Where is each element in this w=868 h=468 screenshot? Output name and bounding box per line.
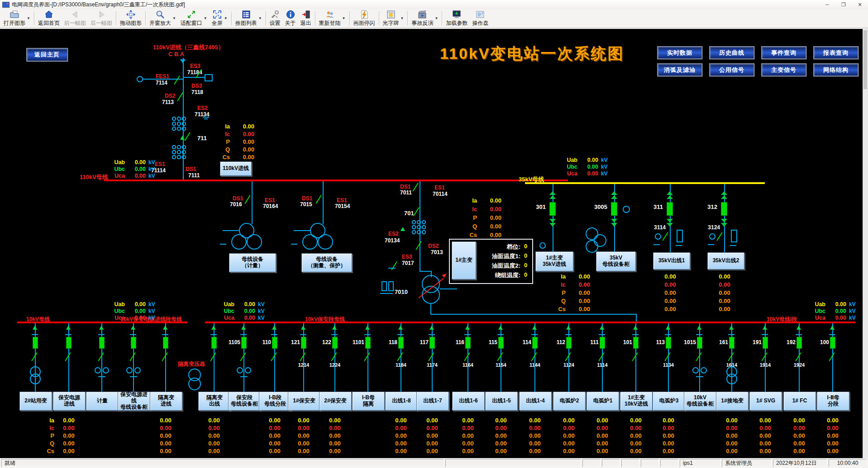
toolbar-button-graph-list[interactable]: 推图列表▼ [233, 9, 264, 27]
branch35-312-box-button[interactable]: 35kV出线2 [707, 252, 744, 269]
toolbar-button-fit-window[interactable]: 适配窗口▼ [178, 9, 210, 27]
toolbar-button-stop-flash[interactable]: 画面停闪 [351, 9, 377, 27]
scrollbar-thumb[interactable] [863, 30, 867, 89]
feeder-122-box-button[interactable]: 2#保安变 [319, 392, 352, 411]
feeder-121-breaker[interactable] [301, 337, 306, 349]
feeder-114-box-button[interactable]: 出线1-4 [519, 392, 552, 411]
nav-button-3[interactable]: 报表查询 [813, 46, 858, 59]
feeder-112-breaker[interactable] [566, 337, 572, 349]
feeder-192-box-button[interactable]: 1# FC [783, 392, 816, 411]
chevron-down-icon[interactable]: ▼ [27, 16, 30, 20]
toolbar-button-exit[interactable]: 退出 [298, 9, 314, 27]
nav-button-4[interactable]: 消弧及滤油 [657, 63, 702, 76]
feeder-101-box-button[interactable]: 1#主变10kV进线 [620, 392, 653, 411]
vertical-scrollbar[interactable] [863, 29, 868, 458]
minimize-button[interactable]: ─ [819, 0, 835, 9]
toolbar-button-home[interactable]: 返回首页 [36, 9, 62, 27]
chevron-down-icon[interactable]: ▼ [204, 16, 207, 20]
feeder-110-breaker[interactable] [272, 337, 277, 349]
toolbar-button-relogin[interactable]: 重新登陆▼ [317, 9, 348, 27]
toolbar-button-pan[interactable]: 拖动图形 [118, 9, 144, 27]
feeder-118-breaker[interactable] [398, 337, 404, 349]
branch35-311-box-button[interactable]: 35kV出线1 [653, 252, 690, 269]
maximize-button[interactable]: ❐ [835, 0, 852, 9]
toolbar-button-operation-panel[interactable]: 操作盘 [470, 9, 491, 27]
branch35-301-breaker[interactable] [549, 202, 556, 216]
main-tx-button[interactable]: 1#主变 [452, 241, 476, 279]
feeder-112-box-button[interactable]: 电弧炉2 [553, 392, 586, 411]
incoming-box-button[interactable]: 110kV进线 [220, 161, 252, 176]
feeder-100-box-button[interactable]: I-Ⅱ母分段 [817, 392, 849, 411]
nav-button-5[interactable]: 公用信号 [709, 63, 754, 76]
toolbar-button-settings[interactable]: 设置 [267, 9, 283, 27]
feeder-121-box-button[interactable]: 1#保安变 [288, 392, 320, 411]
close-button[interactable]: ✕ [852, 0, 868, 9]
feeder-1015-box-button[interactable]: 10kV母线设备柜 [684, 392, 716, 411]
toolbar-button-about[interactable]: 关于 [283, 9, 298, 27]
feeder-1101-box-button[interactable]: I-B母隔离 [352, 392, 385, 411]
feeder-118-box-button[interactable]: 出线1-8 [385, 392, 418, 411]
feeder-113-breaker[interactable] [666, 337, 671, 349]
branch35-3005-breaker[interactable] [611, 202, 617, 216]
feeder-隔离变-breaker[interactable] [211, 337, 217, 349]
feeder-116-breaker[interactable] [465, 337, 471, 349]
toolbar-button-open-graphic[interactable]: 打开图形▼ [1, 9, 33, 27]
home-button[interactable]: 返回主页 [26, 48, 68, 61]
feeder-122-breaker[interactable] [332, 337, 338, 349]
feeder-保安电源进线-breaker[interactable] [131, 337, 136, 349]
feeder-1105-box-button[interactable]: 保安段母线设备柜 [228, 392, 261, 411]
feeder-115-breaker[interactable] [498, 337, 504, 349]
nav-button-0[interactable]: 实时数据 [657, 46, 702, 59]
toolbar-button-zoom-window[interactable]: 开窗放大▼ [147, 9, 178, 27]
bus-equipment-metering-button[interactable]: 母线设备 （计量） [229, 253, 276, 272]
feeder-1105-breaker[interactable] [241, 337, 247, 349]
feeder-161-box-button[interactable]: 1#接地变 [716, 392, 749, 411]
chevron-down-icon[interactable]: ▼ [258, 16, 262, 20]
chevron-down-icon[interactable]: ▼ [172, 16, 176, 20]
bus-equipment-protect-button[interactable]: 母线设备 （测量、保护） [301, 253, 352, 272]
feeder-114-breaker[interactable] [532, 337, 538, 349]
feeder-2#站用变-breaker[interactable] [33, 337, 38, 349]
feeder-113-box-button[interactable]: 电弧炉3 [653, 392, 685, 411]
feeder-111-breaker[interactable] [600, 337, 605, 349]
toolbar-button-load-params[interactable]: 加载参数 [444, 9, 470, 27]
branch35-301-box-button[interactable]: 1#主变35kV进线 [535, 251, 573, 271]
feeder-隔离变-box-button[interactable]: 隔离变进线 [150, 392, 182, 411]
feeder-110-box-button[interactable]: I-B段母线分段 [259, 392, 291, 411]
chevron-down-icon[interactable]: ▼ [224, 16, 228, 20]
feeder-计量-breaker[interactable] [99, 337, 105, 349]
feeder-1101-breaker[interactable] [365, 337, 371, 349]
feeder-117-breaker[interactable] [429, 337, 435, 349]
feeder-191-box-button[interactable]: 1# SVG [749, 392, 782, 411]
toolbar-button-fullscreen[interactable]: 全屏▼ [210, 9, 230, 27]
toolbar-button-annunciator[interactable]: 光字牌▼ [381, 9, 406, 27]
feeder-保安电源-breaker[interactable] [66, 337, 72, 349]
branch35-3005-box-button[interactable]: 35kV母线设备柜 [596, 251, 636, 271]
chevron-down-icon[interactable]: ▼ [401, 16, 404, 20]
feeder-隔离变-box-button[interactable]: 隔离变出线 [198, 392, 231, 411]
branch35-311-breaker[interactable] [667, 202, 673, 216]
nav-button-7[interactable]: 网络结构 [813, 63, 858, 76]
feeder-隔离变-breaker[interactable] [163, 337, 168, 349]
feeder-111-box-button[interactable]: 电弧炉1 [587, 392, 619, 411]
nav-button-6[interactable]: 主变信号 [761, 63, 806, 76]
feeder-192-breaker[interactable] [796, 337, 802, 349]
nav-button-2[interactable]: 事件查询 [761, 46, 806, 59]
feeder-191-breaker[interactable] [763, 337, 768, 349]
feeder-161-breaker[interactable] [729, 337, 734, 349]
toolbar-button-accident-replay[interactable]: 事故反演▼ [409, 9, 440, 27]
feeder-1015-breaker[interactable] [697, 337, 702, 349]
branch35-312-breaker[interactable] [721, 202, 727, 216]
feeder-100-breaker[interactable] [830, 337, 835, 349]
feeder-115-box-button[interactable]: 出线1-5 [485, 392, 518, 411]
feeder-保安电源-box-button[interactable]: 保安电源进线 [53, 392, 86, 411]
chevron-down-icon[interactable]: ▼ [434, 16, 438, 20]
chevron-down-icon[interactable]: ▼ [342, 16, 346, 20]
feeder-保安电源进线-box-button[interactable]: 保安电源进线母线设备柜 [118, 392, 150, 411]
feeder-计量-box-button[interactable]: 计量 [86, 392, 119, 411]
feeder-117-box-button[interactable]: 出线1-7 [416, 392, 449, 411]
feeder-116-box-button[interactable]: 出线1-6 [452, 392, 485, 411]
nav-button-1[interactable]: 历史曲线 [709, 46, 754, 59]
feeder-101-breaker[interactable] [633, 337, 639, 349]
feeder-2#站用变-box-button[interactable]: 2#站用变 [19, 392, 52, 411]
